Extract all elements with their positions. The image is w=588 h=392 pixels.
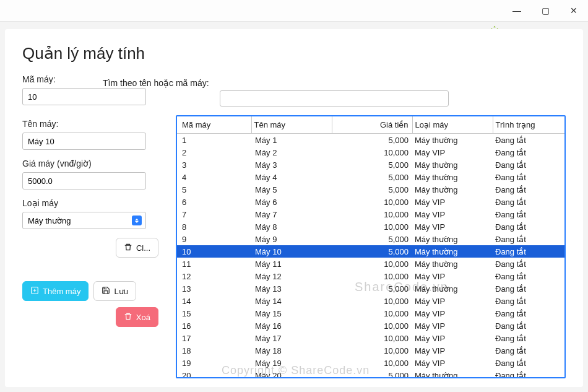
- table-row[interactable]: 3Máy 35,000Máy thườngĐang tắt: [177, 159, 564, 171]
- cell-id: 20: [177, 369, 251, 378]
- add-button[interactable]: Thêm máy: [22, 281, 89, 301]
- loai-may-value: Máy thường: [28, 216, 71, 225]
- cell-type: Máy VIP: [412, 344, 493, 357]
- save-icon: [102, 286, 110, 296]
- cell-name: Máy 5: [251, 183, 332, 196]
- table-row[interactable]: 15Máy 1510,000Máy VIPĐang tắt: [177, 307, 564, 320]
- col-gia-tien[interactable]: Giá tiền: [332, 116, 412, 134]
- clear-icon: [124, 243, 132, 253]
- cell-id: 6: [177, 196, 251, 208]
- cell-name: Máy 15: [251, 307, 332, 320]
- table-row[interactable]: 13Máy 135,000Máy thườngĐang tắt: [177, 282, 564, 295]
- table-row[interactable]: 4Máy 45,000Máy thườngĐang tắt: [177, 171, 564, 183]
- cell-type: Máy VIP: [412, 332, 493, 344]
- col-ma-may[interactable]: Mã máy: [177, 116, 251, 134]
- loai-may-label: Loại máy: [22, 198, 158, 208]
- ten-may-label: Tên máy:: [22, 119, 158, 129]
- table-row[interactable]: 16Máy 1610,000Máy VIPĐang tắt: [177, 320, 564, 332]
- cell-type: Máy VIP: [412, 196, 493, 208]
- table-row[interactable]: 2Máy 210,000Máy VIPĐang tắt: [177, 146, 564, 159]
- cell-id: 12: [177, 270, 251, 282]
- loai-may-select[interactable]: Máy thường: [22, 212, 146, 229]
- gia-may-label: Giá máy (vnđ/giờ): [22, 159, 158, 168]
- delete-label: Xoá: [136, 313, 150, 322]
- add-label: Thêm máy: [43, 287, 80, 296]
- cell-name: Máy 19: [251, 357, 332, 369]
- window-maximize-button[interactable]: ▢: [531, 0, 560, 22]
- trash-icon: [124, 312, 132, 322]
- plus-box-icon: [30, 286, 39, 296]
- cell-status: Đang tắt: [493, 270, 564, 282]
- col-loai-may[interactable]: Loại máy: [412, 116, 493, 134]
- table-row[interactable]: 18Máy 1810,000Máy VIPĐang tắt: [177, 344, 564, 357]
- cell-status: Đang tắt: [493, 245, 564, 258]
- cell-price: 5,000: [332, 233, 412, 245]
- ten-may-input[interactable]: [22, 133, 146, 150]
- table-row[interactable]: 19Máy 1910,000Máy VIPĐang tắt: [177, 357, 564, 369]
- col-trinh-trang[interactable]: Trình trạng: [493, 116, 564, 134]
- table-row[interactable]: 7Máy 710,000Máy VIPĐang tắt: [177, 208, 564, 220]
- cell-name: Máy 6: [251, 196, 332, 208]
- table-row[interactable]: 9Máy 95,000Máy thườngĐang tắt: [177, 233, 564, 245]
- close-icon: ✕: [570, 6, 577, 15]
- cell-price: 5,000: [332, 183, 412, 196]
- cell-type: Máy thường: [412, 159, 493, 171]
- cell-id: 17: [177, 332, 251, 344]
- cell-type: Máy thường: [412, 245, 493, 258]
- search-input[interactable]: [220, 90, 449, 107]
- cell-type: Máy thường: [412, 282, 493, 295]
- cell-type: Máy VIP: [412, 320, 493, 332]
- cell-price: 10,000: [332, 208, 412, 220]
- clear-label: Cl...: [136, 243, 150, 253]
- cell-price: 10,000: [332, 220, 412, 233]
- cell-name: Máy 1: [251, 134, 332, 147]
- clear-button[interactable]: Cl...: [116, 238, 158, 258]
- cell-status: Đang tắt: [493, 208, 564, 220]
- cell-status: Đang tắt: [493, 282, 564, 295]
- table-row[interactable]: 1Máy 15,000Máy thườngĐang tắt: [177, 134, 564, 147]
- cell-id: 1: [177, 134, 251, 147]
- cell-status: Đang tắt: [493, 134, 564, 147]
- maximize-icon: ▢: [542, 6, 550, 15]
- delete-button[interactable]: Xoá: [116, 307, 158, 327]
- table-row[interactable]: 12Máy 1210,000Máy VIPĐang tắt: [177, 270, 564, 282]
- table-row[interactable]: 20Máy 205,000Máy thườngĐang tắt: [177, 369, 564, 378]
- cell-type: Máy thường: [412, 258, 493, 270]
- gia-may-input[interactable]: [22, 172, 146, 189]
- cell-id: 13: [177, 282, 251, 295]
- table-wrap: Mã máy Tên máy Giá tiền Loại máy Trình t…: [176, 115, 566, 378]
- cell-type: Máy thường: [412, 183, 493, 196]
- table-row[interactable]: 5Máy 55,000Máy thườngĐang tắt: [177, 183, 564, 196]
- table-header-row: Mã máy Tên máy Giá tiền Loại máy Trình t…: [177, 116, 564, 134]
- table-row[interactable]: 6Máy 610,000Máy VIPĐang tắt: [177, 196, 564, 208]
- cell-name: Máy 13: [251, 282, 332, 295]
- table-row[interactable]: 14Máy 1410,000Máy VIPĐang tắt: [177, 295, 564, 307]
- cell-type: Máy thường: [412, 369, 493, 378]
- cell-price: 10,000: [332, 258, 412, 270]
- page: Quản lý máy tính Tìm theo tên hoặc mã má…: [5, 29, 583, 387]
- cell-price: 5,000: [332, 159, 412, 171]
- col-ten-may[interactable]: Tên máy: [251, 116, 332, 134]
- table-row[interactable]: 11Máy 1110,000Máy thườngĐang tắt: [177, 258, 564, 270]
- cell-id: 5: [177, 183, 251, 196]
- window-minimize-button[interactable]: —: [503, 0, 531, 22]
- ma-may-input[interactable]: [22, 88, 146, 105]
- save-button[interactable]: Lưu: [93, 281, 136, 301]
- cell-name: Máy 10: [251, 245, 332, 258]
- chevron-updown-icon: [132, 216, 142, 225]
- table-row[interactable]: 17Máy 1710,000Máy VIPĐang tắt: [177, 332, 564, 344]
- cell-type: Máy VIP: [412, 307, 493, 320]
- field-gia-may: Giá máy (vnđ/giờ): [22, 159, 158, 189]
- cell-price: 10,000: [332, 332, 412, 344]
- cell-id: 9: [177, 233, 251, 245]
- cell-id: 3: [177, 159, 251, 171]
- field-ten-may: Tên máy:: [22, 119, 158, 150]
- cell-type: Máy VIP: [412, 357, 493, 369]
- field-ma-may: Mã máy:: [22, 74, 158, 105]
- table-row[interactable]: 8Máy 810,000Máy VIPĐang tắt: [177, 220, 564, 233]
- cell-price: 10,000: [332, 307, 412, 320]
- cell-name: Máy 14: [251, 295, 332, 307]
- table-row[interactable]: 10Máy 105,000Máy thườngĐang tắt: [177, 245, 564, 258]
- cell-type: Máy thường: [412, 134, 493, 147]
- window-close-button[interactable]: ✕: [560, 0, 588, 22]
